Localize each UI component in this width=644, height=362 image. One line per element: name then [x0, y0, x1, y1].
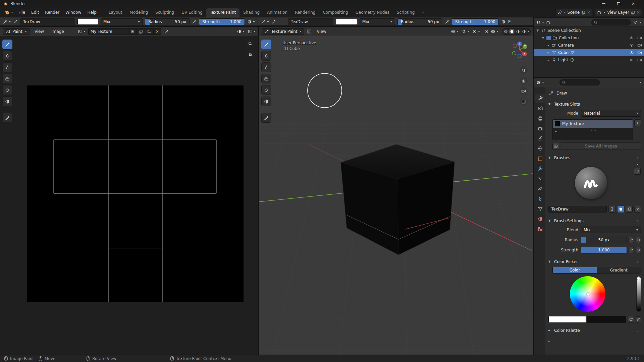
brush-color-swatch[interactable]: [77, 19, 98, 25]
menu-view[interactable]: View: [314, 28, 328, 35]
radius-animate-button[interactable]: [636, 237, 641, 243]
properties-tab-output[interactable]: [535, 113, 545, 123]
filter-caret-icon[interactable]: [640, 82, 642, 83]
strength-animate-button[interactable]: [636, 247, 641, 253]
outliner-row-collection[interactable]: ▼ ✓ Collection: [534, 34, 644, 42]
zoom-button[interactable]: [246, 40, 254, 48]
proportional-edit-control[interactable]: [472, 29, 480, 34]
properties-tab-texture[interactable]: [535, 224, 545, 234]
browse-image-button[interactable]: [78, 29, 86, 34]
transform-orientation-dropdown[interactable]: [451, 29, 459, 34]
radius-pressure-button[interactable]: [192, 19, 197, 24]
navigation-gizmo[interactable]: Z Y X: [510, 40, 529, 60]
render-visibility-icon[interactable]: [637, 58, 642, 62]
strength-pressure-button[interactable]: [629, 247, 634, 253]
properties-tab-physics[interactable]: [535, 184, 545, 194]
workspace-tab-scripting[interactable]: Scripting: [393, 8, 418, 17]
tool-annotate[interactable]: [2, 113, 12, 123]
editor-type-button[interactable]: [536, 20, 544, 25]
viewport-3d[interactable]: Texture Paint View: [259, 27, 533, 355]
brush-preview-toggle-button[interactable]: [634, 168, 641, 175]
remove-view-layer-icon[interactable]: ×: [637, 10, 640, 15]
new-view-layer-icon[interactable]: [631, 10, 635, 14]
radius-slider[interactable]: Radius50 px: [397, 18, 442, 25]
properties-tab-view-layer[interactable]: [535, 123, 545, 133]
panel-grip[interactable]: ::::: [636, 103, 641, 106]
outliner-row-light[interactable]: ▸ Light: [534, 56, 644, 64]
workspace-tab-uv-editing[interactable]: UV Editing: [178, 8, 206, 17]
properties-tab-material[interactable]: [535, 214, 545, 224]
shading-rendered-button[interactable]: [521, 29, 527, 34]
add-workspace-button[interactable]: +: [418, 8, 428, 17]
image-settings-dropdown[interactable]: [248, 29, 256, 34]
properties-tab-constraints[interactable]: [535, 194, 545, 204]
pan-button[interactable]: [520, 77, 528, 85]
gizmo-negative-z[interactable]: [518, 54, 522, 58]
workspace-tab-compositing[interactable]: Compositing: [319, 8, 352, 17]
gizmo-negative-y[interactable]: [513, 52, 516, 55]
swap-colors-button[interactable]: [628, 316, 634, 323]
properties-tab-tool[interactable]: [535, 93, 545, 103]
tool-mask[interactable]: [2, 97, 12, 106]
add-texture-slot-button[interactable]: +: [634, 119, 641, 126]
brush-users-count[interactable]: 2: [608, 206, 616, 213]
panel-header-brushes[interactable]: ▼ Brushes ::::: [548, 154, 641, 162]
brush-specials-caret[interactable]: [636, 164, 638, 165]
brush-color-swatch[interactable]: [336, 19, 357, 25]
tool-draw[interactable]: [2, 40, 12, 49]
maximize-button[interactable]: [611, 0, 626, 7]
panel-header-color-palette[interactable]: ► Color Palette ::::: [548, 326, 641, 335]
fake-user-button[interactable]: [618, 206, 624, 213]
render-visibility-icon[interactable]: [637, 50, 642, 55]
unlink-brush-button[interactable]: ×: [634, 206, 641, 213]
list-resize-grip[interactable]: ::::: [557, 129, 631, 133]
menu-help[interactable]: Help: [84, 9, 99, 17]
panel-grip[interactable]: ::::: [636, 219, 641, 223]
display-mode-button[interactable]: [546, 20, 551, 25]
properties-tab-world[interactable]: [535, 143, 545, 154]
falloff-dropdown[interactable]: [247, 19, 255, 24]
expand-icon[interactable]: ▼: [541, 36, 545, 40]
panel-grip[interactable]: ::::: [636, 329, 641, 332]
tool-fill[interactable]: [261, 85, 271, 95]
save-all-images-button[interactable]: Save All Images: [561, 142, 641, 150]
unlink-scene-icon[interactable]: ×: [587, 10, 590, 15]
scene-selector[interactable]: Scene ×: [555, 9, 593, 16]
unlink-image-button[interactable]: ×: [153, 28, 161, 35]
workspace-tab-rendering[interactable]: Rendering: [291, 8, 319, 17]
workspace-tab-layout[interactable]: Layout: [105, 8, 126, 17]
close-button[interactable]: ×: [626, 0, 641, 7]
new-scene-icon[interactable]: [581, 10, 585, 14]
properties-tab-render[interactable]: [535, 103, 545, 113]
display-channels-dropdown[interactable]: [237, 29, 245, 34]
filter-button[interactable]: [633, 20, 638, 25]
hide-eye-icon[interactable]: [629, 50, 634, 55]
pan-button[interactable]: [246, 50, 254, 58]
tool-soften[interactable]: [261, 51, 271, 61]
properties-search-input[interactable]: [559, 79, 600, 85]
grid-toggle-button[interactable]: [307, 29, 312, 34]
outliner-search-input[interactable]: [591, 19, 631, 25]
editor-type-button[interactable]: [536, 80, 544, 85]
properties-tab-object-data[interactable]: [535, 204, 545, 214]
hide-eye-icon[interactable]: [629, 58, 634, 62]
zoom-button[interactable]: [520, 66, 528, 74]
menu-render[interactable]: Render: [42, 9, 62, 17]
properties-tab-object[interactable]: [535, 154, 545, 164]
menu-window[interactable]: Window: [62, 9, 84, 17]
tool-annotate[interactable]: [261, 113, 271, 123]
expand-icon[interactable]: ▼: [536, 29, 539, 32]
brush-preview[interactable]: [548, 163, 634, 203]
properties-tab-modifiers[interactable]: [535, 164, 545, 174]
workspace-tab-modeling[interactable]: Modeling: [126, 8, 152, 17]
interaction-mode-dropdown[interactable]: Texture Paint: [262, 28, 304, 35]
blender-menu-button[interactable]: [2, 8, 15, 17]
snapping-control[interactable]: [462, 29, 469, 34]
workspace-tab-geometry-nodes[interactable]: Geometry Nodes: [352, 8, 393, 17]
tool-draw[interactable]: [261, 40, 271, 49]
radius-slider[interactable]: Radius50 px: [145, 18, 190, 25]
texture-slot-item[interactable]: My Texture: [553, 120, 633, 128]
value-slider[interactable]: [636, 276, 641, 312]
tool-soften[interactable]: [2, 51, 12, 61]
shading-material-button[interactable]: [515, 29, 521, 34]
